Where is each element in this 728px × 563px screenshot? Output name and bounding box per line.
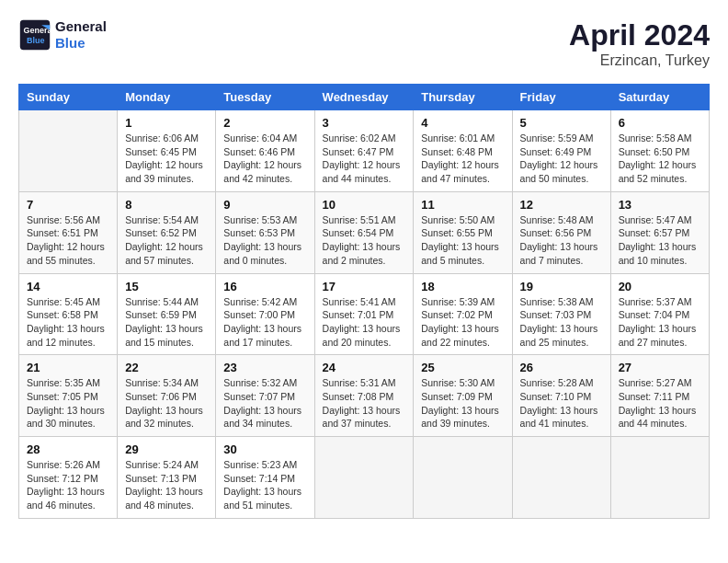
day-number: 13 bbox=[619, 198, 701, 212]
day-info: Sunrise: 5:35 AMSunset: 7:05 PMDaylight:… bbox=[27, 376, 109, 431]
calendar-cell bbox=[512, 437, 610, 519]
day-info: Sunrise: 5:32 AMSunset: 7:07 PMDaylight:… bbox=[223, 376, 306, 431]
day-number: 15 bbox=[125, 280, 208, 293]
day-info: Sunrise: 5:28 AMSunset: 7:10 PMDaylight:… bbox=[520, 376, 603, 431]
calendar-cell: 21Sunrise: 5:35 AMSunset: 7:05 PMDayligh… bbox=[19, 355, 118, 437]
calendar-week-row: 21Sunrise: 5:35 AMSunset: 7:05 PMDayligh… bbox=[19, 355, 710, 437]
day-info: Sunrise: 5:47 AMSunset: 6:57 PMDaylight:… bbox=[619, 213, 701, 268]
day-number: 11 bbox=[421, 198, 504, 212]
day-number: 28 bbox=[27, 442, 109, 456]
day-number: 29 bbox=[125, 442, 208, 456]
day-info: Sunrise: 6:02 AMSunset: 6:47 PMDaylight:… bbox=[323, 132, 406, 186]
calendar-cell: 4Sunrise: 6:01 AMSunset: 6:48 PMDaylight… bbox=[414, 110, 512, 192]
calendar-cell: 1Sunrise: 6:06 AMSunset: 6:45 PMDaylight… bbox=[118, 110, 216, 192]
logo-text: General Blue bbox=[55, 18, 107, 52]
day-info: Sunrise: 5:39 AMSunset: 7:02 PMDaylight:… bbox=[421, 295, 504, 350]
title-area: April 2024 Erzincan, Turkey bbox=[569, 18, 710, 69]
calendar-cell: 28Sunrise: 5:26 AMSunset: 7:12 PMDayligh… bbox=[19, 437, 118, 519]
calendar-cell: 29Sunrise: 5:24 AMSunset: 7:13 PMDayligh… bbox=[118, 437, 216, 519]
calendar-table: SundayMondayTuesdayWednesdayThursdayFrid… bbox=[18, 84, 710, 519]
day-header-sunday: Sunday bbox=[19, 85, 118, 110]
day-number: 9 bbox=[223, 198, 306, 212]
day-info: Sunrise: 5:50 AMSunset: 6:55 PMDaylight:… bbox=[421, 213, 504, 268]
calendar-cell: 17Sunrise: 5:41 AMSunset: 7:01 PMDayligh… bbox=[314, 273, 414, 355]
location-subtitle: Erzincan, Turkey bbox=[569, 52, 710, 69]
day-number: 10 bbox=[323, 198, 406, 212]
calendar-cell: 12Sunrise: 5:48 AMSunset: 6:56 PMDayligh… bbox=[512, 191, 610, 273]
day-number: 27 bbox=[619, 361, 701, 374]
day-number: 23 bbox=[223, 361, 306, 374]
day-info: Sunrise: 5:31 AMSunset: 7:08 PMDaylight:… bbox=[323, 376, 406, 431]
day-info: Sunrise: 6:04 AMSunset: 6:46 PMDaylight:… bbox=[223, 132, 306, 186]
logo-icon: General Blue bbox=[18, 18, 51, 52]
calendar-week-row: 7Sunrise: 5:56 AMSunset: 6:51 PMDaylight… bbox=[19, 191, 710, 273]
calendar-cell: 30Sunrise: 5:23 AMSunset: 7:14 PMDayligh… bbox=[216, 437, 314, 519]
day-info: Sunrise: 5:34 AMSunset: 7:06 PMDaylight:… bbox=[125, 376, 208, 431]
day-number: 30 bbox=[223, 442, 306, 456]
calendar-cell bbox=[19, 110, 118, 192]
calendar-cell: 15Sunrise: 5:44 AMSunset: 6:59 PMDayligh… bbox=[118, 273, 216, 355]
calendar-cell: 6Sunrise: 5:58 AMSunset: 6:50 PMDaylight… bbox=[610, 110, 709, 192]
day-info: Sunrise: 5:42 AMSunset: 7:00 PMDaylight:… bbox=[223, 295, 306, 350]
day-number: 14 bbox=[27, 280, 109, 293]
day-info: Sunrise: 5:41 AMSunset: 7:01 PMDaylight:… bbox=[323, 295, 406, 350]
calendar-cell: 16Sunrise: 5:42 AMSunset: 7:00 PMDayligh… bbox=[216, 273, 314, 355]
month-year-title: April 2024 bbox=[569, 18, 710, 52]
day-info: Sunrise: 5:48 AMSunset: 6:56 PMDaylight:… bbox=[520, 213, 603, 268]
day-header-thursday: Thursday bbox=[414, 85, 512, 110]
calendar-cell: 5Sunrise: 5:59 AMSunset: 6:49 PMDaylight… bbox=[512, 110, 610, 192]
day-info: Sunrise: 5:53 AMSunset: 6:53 PMDaylight:… bbox=[223, 213, 306, 268]
day-info: Sunrise: 5:51 AMSunset: 6:54 PMDaylight:… bbox=[323, 213, 406, 268]
day-header-wednesday: Wednesday bbox=[314, 85, 414, 110]
calendar-cell: 24Sunrise: 5:31 AMSunset: 7:08 PMDayligh… bbox=[314, 355, 414, 437]
calendar-cell: 8Sunrise: 5:54 AMSunset: 6:52 PMDaylight… bbox=[118, 191, 216, 273]
day-number: 1 bbox=[125, 116, 208, 130]
day-info: Sunrise: 6:06 AMSunset: 6:45 PMDaylight:… bbox=[125, 132, 208, 186]
calendar-cell: 2Sunrise: 6:04 AMSunset: 6:46 PMDaylight… bbox=[216, 110, 314, 192]
day-info: Sunrise: 5:45 AMSunset: 6:58 PMDaylight:… bbox=[27, 295, 109, 350]
day-info: Sunrise: 6:01 AMSunset: 6:48 PMDaylight:… bbox=[421, 132, 504, 186]
day-number: 8 bbox=[125, 198, 208, 212]
day-header-monday: Monday bbox=[118, 85, 216, 110]
day-info: Sunrise: 5:59 AMSunset: 6:49 PMDaylight:… bbox=[520, 132, 603, 186]
svg-text:Blue: Blue bbox=[27, 36, 45, 45]
day-number: 26 bbox=[520, 361, 603, 374]
calendar-cell: 13Sunrise: 5:47 AMSunset: 6:57 PMDayligh… bbox=[610, 191, 709, 273]
calendar-header-row: SundayMondayTuesdayWednesdayThursdayFrid… bbox=[19, 85, 710, 110]
day-info: Sunrise: 5:54 AMSunset: 6:52 PMDaylight:… bbox=[125, 213, 208, 268]
calendar-cell bbox=[414, 437, 512, 519]
calendar-cell: 19Sunrise: 5:38 AMSunset: 7:03 PMDayligh… bbox=[512, 273, 610, 355]
page-header: General Blue General Blue April 2024 Erz… bbox=[18, 18, 710, 69]
calendar-cell bbox=[610, 437, 709, 519]
calendar-cell: 18Sunrise: 5:39 AMSunset: 7:02 PMDayligh… bbox=[414, 273, 512, 355]
day-number: 6 bbox=[619, 116, 701, 130]
day-info: Sunrise: 5:23 AMSunset: 7:14 PMDaylight:… bbox=[223, 458, 306, 512]
day-number: 5 bbox=[520, 116, 603, 130]
calendar-cell: 26Sunrise: 5:28 AMSunset: 7:10 PMDayligh… bbox=[512, 355, 610, 437]
day-number: 18 bbox=[421, 280, 504, 293]
calendar-cell: 25Sunrise: 5:30 AMSunset: 7:09 PMDayligh… bbox=[414, 355, 512, 437]
day-info: Sunrise: 5:58 AMSunset: 6:50 PMDaylight:… bbox=[619, 132, 701, 186]
day-number: 17 bbox=[323, 280, 406, 293]
calendar-week-row: 1Sunrise: 6:06 AMSunset: 6:45 PMDaylight… bbox=[19, 110, 710, 192]
day-info: Sunrise: 5:26 AMSunset: 7:12 PMDaylight:… bbox=[27, 458, 109, 512]
calendar-cell: 9Sunrise: 5:53 AMSunset: 6:53 PMDaylight… bbox=[216, 191, 314, 273]
calendar-cell: 27Sunrise: 5:27 AMSunset: 7:11 PMDayligh… bbox=[610, 355, 709, 437]
calendar-cell: 10Sunrise: 5:51 AMSunset: 6:54 PMDayligh… bbox=[314, 191, 414, 273]
day-number: 25 bbox=[421, 361, 504, 374]
calendar-cell: 11Sunrise: 5:50 AMSunset: 6:55 PMDayligh… bbox=[414, 191, 512, 273]
day-number: 4 bbox=[421, 116, 504, 130]
day-number: 2 bbox=[223, 116, 306, 130]
calendar-cell: 3Sunrise: 6:02 AMSunset: 6:47 PMDaylight… bbox=[314, 110, 414, 192]
day-number: 7 bbox=[27, 198, 109, 212]
day-header-friday: Friday bbox=[512, 85, 610, 110]
day-number: 24 bbox=[323, 361, 406, 374]
day-number: 3 bbox=[323, 116, 406, 130]
day-info: Sunrise: 5:24 AMSunset: 7:13 PMDaylight:… bbox=[125, 458, 208, 512]
calendar-cell: 14Sunrise: 5:45 AMSunset: 6:58 PMDayligh… bbox=[19, 273, 118, 355]
day-number: 20 bbox=[619, 280, 701, 293]
day-number: 12 bbox=[520, 198, 603, 212]
day-number: 21 bbox=[27, 361, 109, 374]
day-info: Sunrise: 5:27 AMSunset: 7:11 PMDaylight:… bbox=[619, 376, 701, 431]
day-info: Sunrise: 5:56 AMSunset: 6:51 PMDaylight:… bbox=[27, 213, 109, 268]
